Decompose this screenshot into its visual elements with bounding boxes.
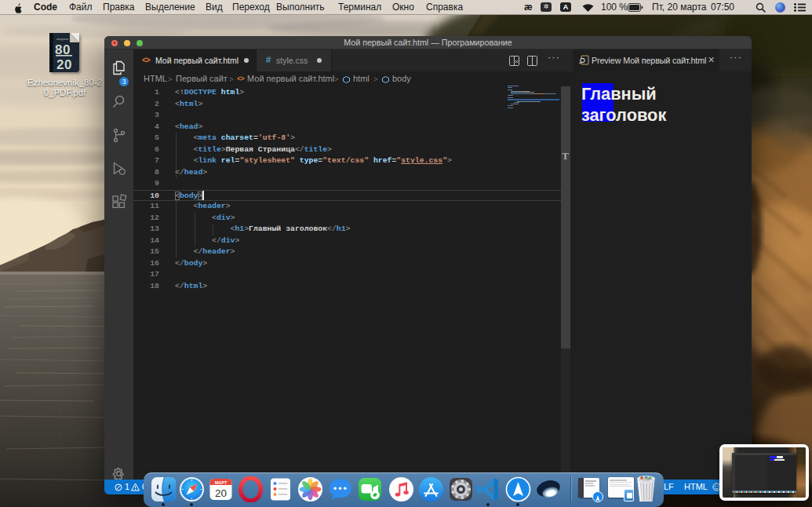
svg-text:20: 20 xyxy=(56,57,72,72)
svg-text:80: 80 xyxy=(55,42,71,57)
svg-text:20: 20 xyxy=(215,487,227,499)
svg-text:ежедневн: ежедневн xyxy=(56,38,68,41)
svg-text:МАРТ: МАРТ xyxy=(215,480,228,485)
